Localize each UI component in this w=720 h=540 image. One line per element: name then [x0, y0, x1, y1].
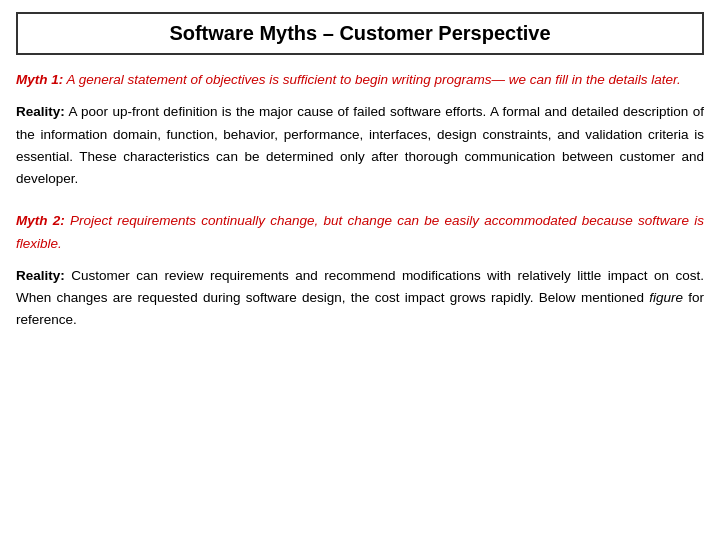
- page-container: Software Myths – Customer Perspective My…: [0, 0, 720, 540]
- myth2-label: Myth 2:: [16, 213, 65, 228]
- myth2-section: Myth 2: Project requirements continually…: [16, 210, 704, 255]
- reality2-italic: figure: [649, 290, 683, 305]
- myth1-paragraph: Myth 1: A general statement of objective…: [16, 69, 704, 91]
- myth1-section: Myth 1: A general statement of objective…: [16, 69, 704, 91]
- reality1-text: A poor up-front definition is the major …: [16, 104, 704, 186]
- reality1-label: Reality:: [16, 104, 65, 119]
- reality2-label: Reality:: [16, 268, 65, 283]
- myth2-text: Project requirements continually change,…: [16, 213, 704, 250]
- myth2-paragraph: Myth 2: Project requirements continually…: [16, 210, 704, 255]
- myth1-label: Myth 1:: [16, 72, 63, 87]
- page-title: Software Myths – Customer Perspective: [169, 22, 550, 44]
- reality2-text: Customer can review requirements and rec…: [16, 268, 704, 305]
- reality2-paragraph: Reality: Customer can review requirement…: [16, 265, 704, 332]
- spacer1: [16, 200, 704, 210]
- myth1-text: A general statement of objectives is suf…: [63, 72, 681, 87]
- title-box: Software Myths – Customer Perspective: [16, 12, 704, 55]
- reality2-section: Reality: Customer can review requirement…: [16, 265, 704, 332]
- reality1-section: Reality: A poor up-front definition is t…: [16, 101, 704, 190]
- reality1-paragraph: Reality: A poor up-front definition is t…: [16, 101, 704, 190]
